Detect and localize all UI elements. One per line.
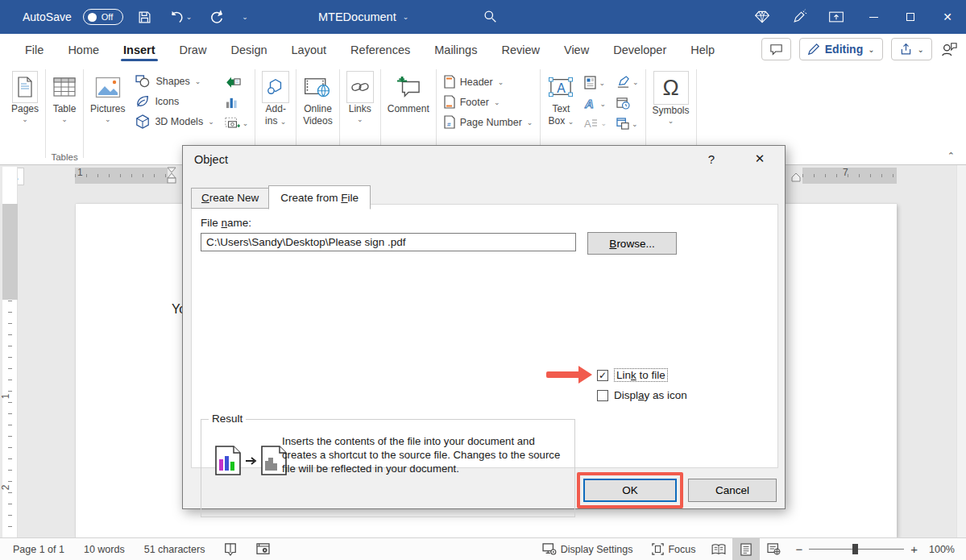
link-to-file-checkbox[interactable]: ✓ Link to file bbox=[597, 368, 668, 382]
search-icon[interactable] bbox=[483, 10, 497, 23]
dialog-help-button[interactable]: ? bbox=[699, 146, 723, 172]
link-to-file-label: Link to file bbox=[614, 368, 668, 382]
display-as-icon-checkbox[interactable]: Display as icon bbox=[597, 389, 687, 401]
customize-qat-chevron-icon: ⌄ bbox=[242, 13, 248, 21]
web-layout-button[interactable] bbox=[760, 538, 787, 560]
drop-cap-button[interactable]: A⌄ bbox=[583, 116, 608, 131]
ribbon-tab-row: File Home Insert Draw Design Layout Refe… bbox=[0, 34, 966, 64]
tab-developer[interactable]: Developer bbox=[601, 36, 678, 63]
minimize-button[interactable] bbox=[855, 0, 892, 34]
zoom-slider-thumb[interactable] bbox=[852, 544, 858, 554]
premium-diamond-icon[interactable] bbox=[744, 0, 781, 34]
icons-button[interactable]: Icons bbox=[133, 93, 216, 109]
file-name-input[interactable]: C:\Users\Sandy\Desktop\Please sign .pdf bbox=[201, 233, 576, 251]
links-button[interactable]: Links ⌄ bbox=[342, 69, 379, 125]
tab-design[interactable]: Design bbox=[218, 36, 279, 63]
zoom-in-button[interactable]: + bbox=[910, 542, 918, 556]
character-count[interactable]: 51 characters bbox=[135, 538, 215, 560]
add-ins-chevron-icon: ⌄ bbox=[280, 118, 287, 126]
ruler-number-left: 1 bbox=[77, 167, 83, 178]
read-mode-button[interactable] bbox=[705, 538, 732, 560]
dialog-title-bar[interactable]: Object ? ✕ bbox=[183, 146, 785, 173]
browse-button[interactable]: Browse... bbox=[587, 232, 677, 255]
svg-text:A: A bbox=[584, 97, 594, 110]
shapes-button[interactable]: Shapes ⌄ bbox=[133, 74, 216, 89]
ok-button[interactable]: OK bbox=[583, 479, 677, 502]
table-button[interactable]: Table ⌄ bbox=[48, 69, 81, 125]
quick-parts-button[interactable]: ⌄ bbox=[583, 74, 608, 91]
display-settings-button[interactable]: Display Settings bbox=[533, 538, 643, 560]
page-number-button[interactable]: # Page Number ⌄ bbox=[442, 114, 536, 130]
indent-markers-icon[interactable] bbox=[166, 167, 177, 185]
share-button[interactable]: ⌄ bbox=[891, 38, 932, 60]
horizontal-ruler-right[interactable] bbox=[802, 168, 897, 184]
redo-button[interactable] bbox=[206, 8, 227, 26]
checkbox-unchecked-icon[interactable] bbox=[597, 390, 608, 401]
close-button[interactable]: ✕ bbox=[929, 0, 966, 34]
smartart-button[interactable] bbox=[223, 74, 251, 89]
tab-create-from-file[interactable]: Create from File bbox=[268, 185, 371, 209]
zoom-out-button[interactable]: − bbox=[795, 542, 802, 556]
pages-button[interactable]: Pages ⌄ bbox=[6, 69, 44, 125]
undo-dropdown-chevron-icon[interactable]: ⌄ bbox=[186, 13, 193, 21]
wordart-button[interactable]: A⌄ bbox=[583, 96, 608, 111]
text-box-button[interactable]: A Text Box ⌄ bbox=[542, 69, 579, 129]
collapse-ribbon-icon[interactable]: ⌃ bbox=[947, 151, 955, 161]
footer-icon bbox=[444, 95, 455, 109]
proofing-status-icon[interactable] bbox=[214, 538, 247, 560]
save-button[interactable] bbox=[135, 9, 155, 26]
tab-home[interactable]: Home bbox=[56, 36, 111, 63]
tab-review[interactable]: Review bbox=[489, 36, 552, 63]
editing-mode-button[interactable]: Editing ⌄ bbox=[799, 38, 883, 60]
maximize-button[interactable] bbox=[892, 0, 929, 34]
macro-recording-icon[interactable] bbox=[247, 538, 280, 560]
cancel-button[interactable]: Cancel bbox=[688, 479, 777, 502]
zoom-slider-track[interactable] bbox=[809, 549, 904, 550]
online-videos-button[interactable]: Online Videos bbox=[298, 69, 337, 129]
footer-button[interactable]: Footer ⌄ bbox=[442, 94, 536, 110]
word-count[interactable]: 10 words bbox=[74, 538, 135, 560]
comments-button[interactable] bbox=[761, 38, 791, 60]
result-arrow-icon bbox=[245, 455, 257, 467]
horizontal-ruler-left[interactable] bbox=[75, 168, 168, 184]
tab-mailings[interactable]: Mailings bbox=[422, 36, 489, 63]
drop-cap-chevron-icon: ⌄ bbox=[600, 119, 607, 127]
chart-button[interactable] bbox=[223, 94, 251, 110]
tab-insert[interactable]: Insert bbox=[111, 36, 168, 63]
focus-button[interactable]: Focus bbox=[642, 538, 705, 560]
zoom-percentage[interactable]: 100% bbox=[926, 544, 966, 555]
header-button[interactable]: Header ⌄ bbox=[442, 74, 536, 89]
tab-file[interactable]: File bbox=[13, 36, 56, 63]
undo-button[interactable]: ⌄ bbox=[166, 9, 196, 26]
vertical-scrollbar[interactable] bbox=[956, 165, 966, 537]
document-title-menu[interactable]: MTEDocument ⌄ bbox=[318, 0, 408, 34]
screenshot-button[interactable]: ⌄ bbox=[223, 115, 251, 131]
ribbon-display-options-icon[interactable] bbox=[818, 0, 855, 34]
tab-draw[interactable]: Draw bbox=[168, 36, 219, 63]
vertical-ruler-number-1: 1 bbox=[0, 394, 11, 400]
contact-presence-icon[interactable] bbox=[940, 41, 958, 57]
tab-create-new[interactable]: Create New bbox=[191, 188, 269, 209]
customize-qat-button[interactable]: ⌄ bbox=[238, 11, 251, 23]
3d-models-button[interactable]: 3D Models ⌄ bbox=[133, 114, 216, 130]
checkbox-checked-icon[interactable]: ✓ bbox=[597, 370, 608, 381]
pictures-button[interactable]: Pictures ⌄ bbox=[85, 69, 130, 125]
draw-pen-icon[interactable] bbox=[781, 0, 818, 34]
autosave-toggle[interactable]: Off bbox=[83, 9, 123, 25]
dialog-close-button[interactable]: ✕ bbox=[746, 146, 773, 172]
tab-references[interactable]: References bbox=[338, 36, 422, 63]
table-chevron-icon: ⌄ bbox=[61, 115, 68, 123]
page-indicator[interactable]: Page 1 of 1 bbox=[0, 538, 74, 560]
date-time-button[interactable] bbox=[615, 95, 641, 111]
symbols-button[interactable]: Ω Symbols ⌄ bbox=[648, 69, 694, 127]
print-layout-button[interactable] bbox=[732, 538, 760, 560]
tab-layout[interactable]: Layout bbox=[280, 36, 339, 63]
tab-view[interactable]: View bbox=[552, 36, 601, 63]
signature-line-button[interactable]: ⌄ bbox=[615, 74, 641, 90]
tab-help[interactable]: Help bbox=[678, 36, 727, 63]
object-button[interactable]: ⌄ bbox=[615, 116, 641, 131]
editing-chevron-icon: ⌄ bbox=[868, 45, 874, 54]
new-comment-button[interactable]: Comment bbox=[383, 69, 434, 117]
add-ins-button[interactable]: Add- ins ⌄ bbox=[257, 69, 294, 129]
right-indent-marker-icon[interactable] bbox=[790, 172, 802, 182]
